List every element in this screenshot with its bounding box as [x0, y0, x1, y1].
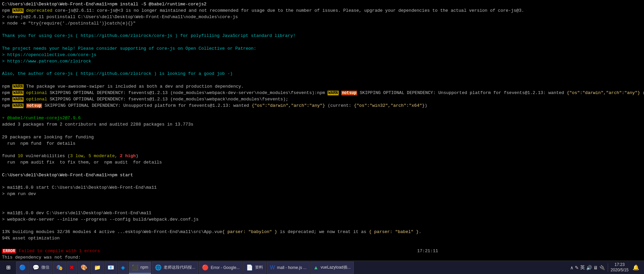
chrome2-icon: 🔴	[202, 264, 209, 271]
terminal-line-1: C:\Users\del1\Desktop\Web-Front-End\ma11…	[2, 1, 642, 8]
ps-icon: 🎨	[81, 264, 87, 271]
network-icon[interactable]: 🖥	[593, 265, 598, 270]
ie-icon: 🔵	[19, 264, 26, 271]
terminal-blank-10	[2, 197, 642, 204]
terminal-blank-4	[2, 77, 642, 84]
keyboard-icon[interactable]: ✎	[575, 265, 579, 270]
terminal-line-42: This dependency was not found:	[2, 255, 642, 261]
taskbar-npm-label: npm	[140, 265, 148, 270]
npm-icon: ⬛	[132, 264, 138, 271]
taskbar-item3[interactable]: 🎭	[53, 262, 66, 274]
terminal-blank-13	[2, 242, 642, 248]
terminal-blank-11	[2, 204, 642, 210]
terminal-line-21: added 3 packages from 2 contributors and…	[2, 122, 642, 128]
taskbar-separator	[608, 263, 608, 272]
taskbar-word-label: mall - home.js ...	[277, 265, 307, 270]
volume-icon[interactable]: 🔊	[586, 265, 592, 270]
terminal-line-17: npm WARN notsup SKIPPING OPTIONAL DEPEND…	[2, 103, 642, 109]
item3-icon: 🎭	[56, 264, 63, 271]
terminal-line-16: npm WARN optional SKIPPING OPTIONAL DEPE…	[2, 96, 642, 103]
terminal-line-29: C:\Users\del1\Desktop\Web-Front-End\ma11…	[2, 172, 642, 179]
battery-icon[interactable]: 🔌	[599, 265, 605, 270]
taskbar: ⊞ 🔵 💬 微信 🎭 ✖ 🎨 📁 📧 ◈ ⬛ npm 🌐 老师这段代码报... …	[0, 261, 644, 274]
sys-tray-icons[interactable]: ∧ ✎ 英 🔊 🖥 🔌	[570, 265, 605, 271]
taskbar-vscode[interactable]: ◈	[118, 262, 128, 274]
taskbar-chrome1[interactable]: 🌐 老师这段代码报...	[152, 262, 198, 274]
taskbar-chrome2-label: Error - Google...	[211, 265, 240, 270]
taskbar-word[interactable]: W mall - home.js ...	[267, 262, 309, 274]
terminal-blank-12	[2, 223, 642, 229]
notification-button[interactable]: 🔔	[631, 264, 641, 271]
taskbar-chrome2[interactable]: 🔴 Error - Google...	[199, 262, 243, 274]
taskbar-right: ∧ ✎ 英 🔊 🖥 🔌 17:23 2020/5/15 🔔	[570, 262, 643, 273]
folder-icon: 📁	[94, 264, 101, 271]
clock[interactable]: 17:23 2020/5/15	[611, 262, 629, 273]
taskbar-vue-label: vueLazyload插...	[320, 265, 350, 270]
taskbar-wechat-label: 微信	[41, 265, 49, 270]
vue-icon: ▲	[313, 265, 319, 271]
taskbar-chrome1-label: 老师这段代码报...	[164, 265, 195, 270]
terminal-line-2: npm WARN deprecated core-js@2.6.11: core…	[2, 8, 642, 14]
item4-icon: ✖	[70, 264, 74, 271]
terminal: C:\Users\del1\Desktop\Web-Front-End\ma11…	[0, 0, 644, 261]
mail-icon: 📧	[108, 264, 114, 271]
terminal-line-26: found 10 vulnerabilities (3 low, 5 moder…	[2, 153, 642, 159]
taskbar-ie[interactable]: 🔵	[16, 262, 29, 274]
terminal-line-41: ERROR Failed to compile with 1 errors 17…	[2, 248, 642, 255]
word-icon: W	[270, 265, 275, 271]
taskbar-item4[interactable]: ✖	[67, 262, 77, 274]
terminal-blank-8	[2, 166, 642, 172]
lang-icon[interactable]: 英	[580, 265, 585, 271]
taskbar-file[interactable]: 📄 资料	[243, 262, 266, 274]
taskbar-npm[interactable]: ⬛ npm	[129, 262, 151, 274]
terminal-line-6: Thank you for using core-js ( https://gi…	[2, 33, 642, 39]
taskbar-file-label: 资料	[255, 265, 263, 270]
file-icon: 📄	[246, 264, 253, 271]
clock-date: 2020/5/15	[611, 268, 629, 273]
taskbar-vue[interactable]: ▲ vueLazyload插...	[310, 262, 354, 274]
taskbar-mail[interactable]: 📧	[104, 262, 117, 274]
wechat-icon: 💬	[33, 264, 39, 271]
start-button[interactable]: ⊞	[1, 262, 15, 274]
terminal-line-10: > https://www.patreon.com/zloirock	[2, 58, 642, 65]
terminal-line-15: npm WARN optional SKIPPING OPTIONAL DEPE…	[2, 90, 642, 96]
windows-icon: ⊞	[6, 263, 10, 272]
terminal-line-9: > https://opencollective.com/core-js	[2, 52, 642, 58]
terminal-line-31: > ma11@1.0.0 start C:\Users\del1\Desktop…	[2, 185, 642, 191]
taskbar-ps[interactable]: 🎨	[78, 262, 90, 274]
terminal-line-20: + @babel/runtime-corejs2@7.9.6	[2, 115, 642, 122]
show-hidden-icon[interactable]: ∧	[570, 265, 573, 270]
terminal-line-36: > webpack-dev-server --inline --progress…	[2, 217, 642, 223]
terminal-line-27: run npm audit fix to fix them, or npm au…	[2, 159, 642, 166]
terminal-line-14: npm WARN The package vue-awesome-swiper …	[2, 84, 642, 90]
terminal-line-35: > ma11@1.0.0 dev C:\Users\del1\Desktop\W…	[2, 210, 642, 217]
taskbar-wechat[interactable]: 💬 微信	[30, 262, 52, 274]
terminal-line-4: > node -e "try{require('./postinstall')}…	[2, 20, 642, 27]
terminal-line-24: run npm fund for details	[2, 141, 642, 147]
chrome1-icon: 🌐	[155, 264, 162, 271]
terminal-line-3: > core-js@2.6.11 postinstall C:\Users\de…	[2, 14, 642, 20]
terminal-line-12: Also, the author of core-js ( https://gi…	[2, 71, 642, 77]
terminal-blank-2	[2, 39, 642, 46]
terminal-line-23: 29 packages are looking for funding	[2, 134, 642, 141]
taskbar-folder[interactable]: 📁	[91, 262, 104, 274]
vscode-icon: ◈	[121, 264, 125, 271]
terminal-line-39: 94% asset optimization	[2, 235, 642, 242]
terminal-blank-6	[2, 128, 642, 134]
clock-time: 17:23	[611, 262, 629, 268]
terminal-line-38: 13% building modules 32/36 modules 4 act…	[2, 229, 642, 235]
terminal-line-32: > npm run dev	[2, 191, 642, 197]
terminal-blank-5	[2, 109, 642, 115]
terminal-line-8: The project needs your help! Please cons…	[2, 46, 642, 52]
terminal-blank-7	[2, 147, 642, 153]
terminal-blank-3	[2, 64, 642, 71]
terminal-blank-9	[2, 179, 642, 185]
terminal-blank-1	[2, 27, 642, 33]
